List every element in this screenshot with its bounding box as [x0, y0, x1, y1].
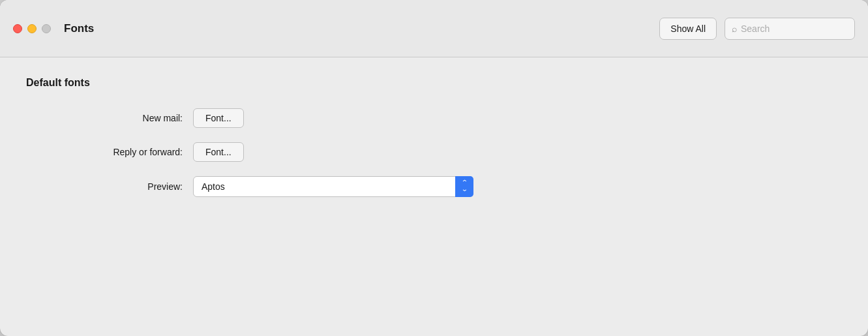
preview-label: Preview:: [78, 181, 183, 192]
close-button[interactable]: [13, 24, 22, 33]
reply-forward-label: Reply or forward:: [78, 147, 183, 157]
form-area: New mail: Font... Reply or forward: Font…: [78, 108, 842, 197]
search-container: ⌕: [725, 18, 855, 40]
reply-forward-row: Reply or forward: Font...: [78, 142, 842, 162]
section-title: Default fonts: [26, 77, 842, 89]
app-window: Fonts Show All ⌕ Default fonts New mail:…: [0, 0, 868, 336]
new-mail-row: New mail: Font...: [78, 108, 842, 128]
traffic-lights: [13, 24, 51, 33]
window-title: Fonts: [64, 22, 94, 35]
preview-select-wrapper: Aptos: [193, 176, 473, 197]
zoom-button[interactable]: [42, 24, 51, 33]
main-content: Default fonts New mail: Font... Reply or…: [0, 57, 868, 336]
new-mail-font-button[interactable]: Font...: [193, 108, 244, 128]
preview-row: Preview: Aptos: [78, 176, 842, 197]
new-mail-label: New mail:: [78, 113, 183, 123]
show-all-button[interactable]: Show All: [659, 18, 717, 40]
titlebar: Fonts Show All ⌕: [0, 0, 868, 57]
search-input[interactable]: [741, 23, 848, 34]
reply-forward-font-button[interactable]: Font...: [193, 142, 244, 162]
titlebar-actions: Show All ⌕: [659, 18, 855, 40]
search-icon: ⌕: [732, 23, 737, 34]
preview-font-select[interactable]: Aptos: [193, 176, 473, 197]
minimize-button[interactable]: [27, 24, 37, 33]
